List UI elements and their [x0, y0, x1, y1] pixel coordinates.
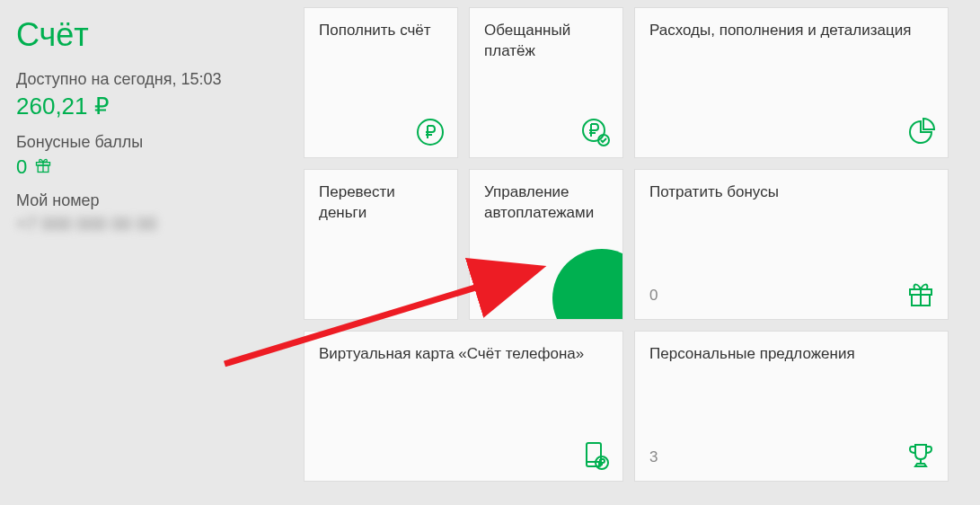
ruble-circle-icon	[416, 118, 445, 146]
card-virtual-card[interactable]: Виртуальная карта «Счёт телефона»	[304, 331, 623, 482]
card-title: Расходы, пополнения и детализация	[649, 21, 933, 41]
account-title: Счёт	[16, 16, 277, 54]
gift-icon	[906, 279, 935, 308]
phone-ruble-icon	[581, 441, 610, 470]
balance-amount: 260,21 ₽	[16, 93, 277, 120]
bonus-count: 0	[649, 287, 658, 305]
card-promised-payment[interactable]: Обещанный платёж	[469, 7, 623, 158]
cards-grid: Пополнить счёт Обещанный платёж Расх	[304, 7, 973, 482]
my-number-label: Мой номер	[16, 191, 277, 210]
pie-chart-icon	[906, 118, 935, 146]
card-spend-bonus[interactable]: Потратить бонусы 0	[634, 169, 949, 320]
card-transfer[interactable]: Перевести деньги	[304, 169, 458, 320]
card-autopay[interactable]: Управление автоплатежами	[469, 169, 623, 320]
sidebar: Счёт Доступно на сегодня, 15:03 260,21 ₽…	[7, 7, 286, 482]
card-title: Обещанный платёж	[484, 21, 608, 62]
gift-icon	[34, 156, 52, 179]
card-title: Перевести деньги	[319, 182, 443, 224]
card-expenses[interactable]: Расходы, пополнения и детализация	[634, 7, 949, 158]
offers-count: 3	[649, 448, 658, 466]
bonus-label: Бонусные баллы	[16, 133, 277, 152]
card-title: Персональные предложения	[649, 344, 933, 365]
ruble-check-icon	[581, 118, 610, 146]
card-title: Управление автоплатежами	[484, 182, 608, 224]
green-circle-decoration	[552, 249, 623, 320]
available-label: Доступно на сегодня, 15:03	[16, 70, 277, 89]
bonus-value: 0	[16, 155, 27, 179]
card-topup[interactable]: Пополнить счёт	[304, 7, 458, 158]
phone-number: +7 000 000 00 00	[16, 214, 277, 235]
card-personal-offers[interactable]: Персональные предложения 3	[634, 331, 949, 482]
card-title: Потратить бонусы	[649, 182, 933, 203]
card-title: Пополнить счёт	[319, 21, 443, 41]
trophy-icon	[906, 441, 935, 470]
card-title: Виртуальная карта «Счёт телефона»	[319, 344, 608, 365]
